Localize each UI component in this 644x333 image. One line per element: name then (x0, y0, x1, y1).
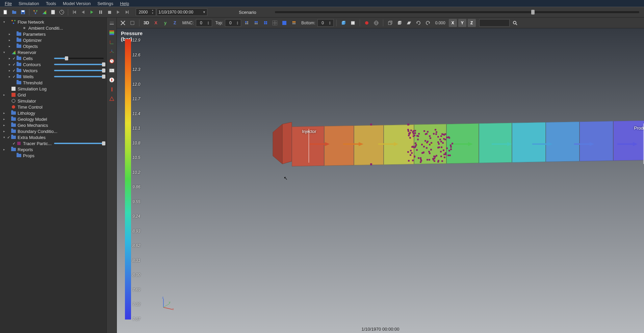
search-box[interactable] (479, 19, 510, 27)
opacity-slider[interactable] (54, 143, 104, 144)
new-file-icon[interactable] (1, 8, 9, 16)
plane-icon[interactable] (405, 19, 413, 27)
skip-start-icon[interactable] (70, 8, 78, 16)
svg-text:y: y (169, 301, 171, 304)
tree-item-threshold[interactable]: Threshold (0, 80, 106, 86)
tree-item-reports[interactable]: ▸Reports (0, 146, 106, 152)
view-y-button[interactable]: y (161, 19, 170, 27)
select-rect-icon[interactable] (128, 19, 136, 27)
opacity-slider[interactable] (54, 76, 104, 77)
view-scale-icon[interactable] (108, 20, 115, 27)
layer-top1-icon[interactable] (242, 19, 251, 27)
tree-item-optimizer[interactable]: ▸Optimizer (0, 37, 106, 43)
axes-xyz-icon[interactable] (108, 48, 115, 55)
play-icon[interactable] (88, 8, 96, 16)
step-spinner[interactable]: ▲▼ (136, 8, 156, 16)
tree-item-lithology[interactable]: ▸Lithology (0, 110, 106, 116)
pause-icon[interactable] (97, 8, 105, 16)
axis-z-icon[interactable]: Z (468, 19, 476, 27)
tree-item-extra-modules[interactable]: ▾✓Extra Modules (0, 134, 106, 140)
opacity-slider[interactable] (54, 64, 104, 65)
view-z-button[interactable]: Z (171, 19, 179, 27)
opacity-slider[interactable] (54, 58, 104, 59)
log-icon[interactable] (49, 8, 57, 16)
view-3d-button[interactable]: 3D (142, 19, 151, 27)
skip-end-icon[interactable] (123, 8, 131, 16)
text-box-icon[interactable] (108, 67, 115, 74)
axis-y-icon[interactable]: Y (458, 19, 466, 27)
datetime-select[interactable]: 1/10/1970 00:00:00▼ (157, 8, 207, 16)
step-fwd-icon[interactable] (114, 8, 122, 16)
save-file-icon[interactable] (19, 8, 27, 16)
book-icon[interactable] (349, 19, 357, 27)
layer-blue-icon[interactable] (280, 19, 288, 27)
top-spinner[interactable]: ▲▼ (225, 19, 241, 27)
menu-help[interactable]: Help (117, 1, 132, 6)
cube-tool-icon[interactable] (339, 19, 347, 27)
search-icon[interactable] (511, 19, 519, 27)
globe-icon[interactable] (372, 19, 380, 27)
tree-item-geo-mechanics[interactable]: ▸Geo Mechanics (0, 122, 106, 128)
minc-spinner[interactable]: ▲▼ (196, 19, 212, 27)
reservoir-icon[interactable] (40, 8, 48, 16)
viewport-3d[interactable]: Pressure (bar) 12.912.612.312.011.711.41… (117, 28, 644, 333)
grid-grey-icon[interactable] (271, 19, 279, 27)
select-cross-icon[interactable] (119, 19, 127, 27)
svg-rect-31 (110, 24, 114, 25)
step-back-icon[interactable] (79, 8, 87, 16)
tree-item-flow-network[interactable]: ▾Flow Network (0, 19, 106, 25)
box-solid-icon[interactable] (395, 19, 404, 27)
layer-orange-icon[interactable] (290, 19, 298, 27)
tree-item-reservoir[interactable]: ▾Reservoir (0, 49, 106, 55)
step-input[interactable] (136, 10, 150, 15)
time-control-icon[interactable] (58, 8, 66, 16)
axis-x-icon[interactable]: X (449, 19, 457, 27)
tree-item-geology-model[interactable]: ▸Geology Model (0, 116, 106, 122)
compass-icon[interactable] (108, 76, 115, 84)
menu-tools[interactable]: Tools (43, 1, 59, 6)
tree-item-ambient-conditi-[interactable]: Ambient Conditi... (0, 25, 106, 31)
view-x-button[interactable]: X (152, 19, 160, 27)
legend-bar (125, 39, 131, 320)
menu-settings[interactable]: Settings (94, 1, 117, 6)
open-file-icon[interactable] (10, 8, 18, 16)
opacity-slider[interactable] (54, 70, 104, 71)
color-scale-icon[interactable] (108, 29, 115, 36)
flow-network-icon[interactable] (31, 8, 40, 16)
layer-top3-icon[interactable] (261, 19, 269, 27)
clock-icon[interactable] (108, 57, 115, 65)
box-wire-icon[interactable] (386, 19, 394, 27)
svg-rect-29 (17, 142, 21, 145)
tree-item-grid[interactable]: ▸Grid (0, 92, 106, 98)
menu-model-version[interactable]: Model Version (59, 1, 94, 6)
record-icon[interactable] (363, 19, 371, 27)
axis-gizmo: z x y (161, 297, 174, 310)
time-slider[interactable] (275, 11, 639, 13)
bottom-spinner[interactable]: ▲▼ (317, 19, 334, 27)
tree-item-boundary-conditio-[interactable]: ▸Boundary Conditio... (0, 128, 106, 134)
tree-item-tracer-partic-[interactable]: ✓Tracer Partic... (0, 140, 106, 146)
well-icon[interactable] (108, 86, 115, 93)
menu-simulation[interactable]: Simulation (15, 1, 43, 6)
tree-item-vectors[interactable]: ▸✓Vectors (0, 67, 106, 74)
tree-panel[interactable]: ▾Flow NetworkAmbient Conditi...▸Paramete… (0, 18, 107, 333)
search-input[interactable] (481, 21, 508, 25)
tree-item-objects[interactable]: ▸Objects (0, 43, 106, 49)
rotate-ccw-icon[interactable] (424, 19, 432, 27)
tree-item-time-control[interactable]: Time Control (0, 104, 106, 110)
layer-top2-icon[interactable] (252, 19, 260, 27)
stop-icon[interactable] (105, 8, 113, 16)
axes-xy-icon[interactable] (108, 38, 115, 46)
rotate-cw-icon[interactable] (414, 19, 422, 27)
tree-item-simulation-log[interactable]: Simulation Log (0, 86, 106, 92)
tree-item-simulator[interactable]: Simulator (0, 98, 106, 104)
tree-item-props[interactable]: Props (0, 152, 106, 159)
tree-item-contours[interactable]: ▸✓Contours (0, 61, 106, 67)
tree-item-parameters[interactable]: ▸Parameters (0, 31, 106, 37)
tree-item-wells[interactable]: ▸✓Wells (0, 74, 106, 80)
tracer-icon[interactable] (108, 95, 115, 103)
flow-vector-arrow (343, 142, 363, 147)
tracer-particles (407, 126, 461, 163)
menu-file[interactable]: File (1, 1, 15, 6)
tree-item-cells[interactable]: ▸✓Cells (0, 55, 106, 61)
